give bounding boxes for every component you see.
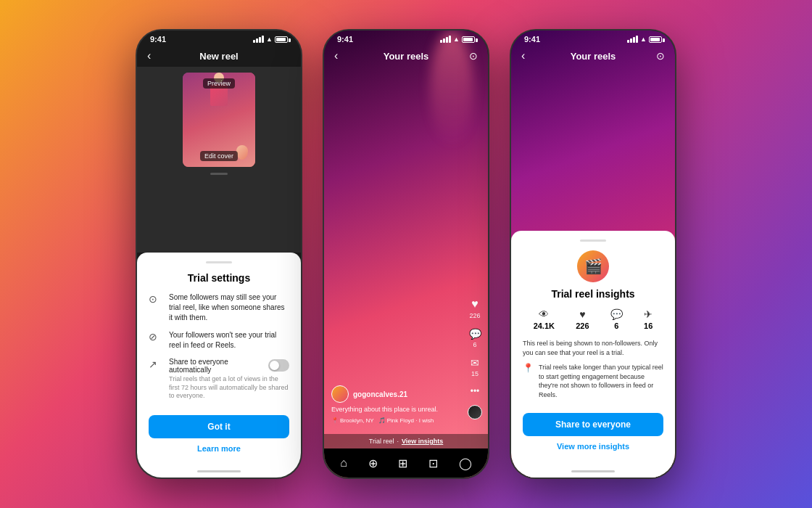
profile-nav-icon[interactable]: ◯ (459, 456, 472, 470)
battery-icon-2 (462, 36, 475, 43)
bottom-navigation: ⌂ ⊕ ⊞ ⊡ ◯ (324, 448, 488, 478)
status-icons-1: ▲ (253, 36, 288, 43)
reel-bottom: gogoncalves.21 Everything about this pla… (324, 385, 488, 434)
phone-3: 9:41 ▲ ‹ Your reels ⊙ 🎬 Trial reel insig… (510, 29, 676, 479)
sheet-item-1: ⊙ Some followers may still see your tria… (149, 292, 289, 323)
insights-note-1: This reel is being shown to non-follower… (523, 339, 663, 357)
learn-more-link[interactable]: Learn more (149, 444, 289, 453)
wifi-icon: ▲ (266, 36, 273, 43)
location-pin-icon: 📍 (331, 417, 339, 424)
wifi-icon-2: ▲ (453, 36, 460, 43)
trial-divider: · (397, 438, 399, 445)
status-icons-2: ▲ (440, 36, 475, 43)
no-see-icon: ⊘ (149, 331, 162, 343)
status-bar-2: 9:41 ▲ (324, 30, 488, 45)
insights-item-text-1: Trial reels take longer than your typica… (539, 363, 663, 399)
camera-button-3[interactable]: ⊙ (650, 50, 665, 62)
comments-count: 6 (614, 321, 618, 330)
stat-comments: 💬 6 (610, 308, 623, 330)
video-editor-area: Preview Edit cover (137, 67, 301, 253)
sheet-handle (206, 261, 232, 263)
location-item: 📍 Brooklyn, NY (331, 417, 374, 424)
reel-meta: 📍 Brooklyn, NY 🎵 Pink Floyd · I wish (331, 417, 481, 424)
status-time-2: 9:41 (337, 35, 353, 44)
trial-banner: Trial reel · View insights (324, 434, 488, 448)
page-title-1: New reel (162, 51, 276, 62)
views-icon: 👁 (539, 308, 549, 320)
home-indicator-3 (511, 464, 675, 478)
likes-count: 226 (576, 321, 589, 330)
sheet-text-2: Your followers won't see your trial reel… (169, 330, 289, 351)
video-thumbnail[interactable]: Preview Edit cover (183, 73, 255, 167)
reel-user: gogoncalves.21 (331, 385, 481, 403)
sheet-handle-3 (580, 239, 606, 242)
shares-icon: ✈ (644, 308, 652, 320)
location-icon: 📍 (523, 363, 533, 399)
nav-bar-3: ‹ Your reels ⊙ (511, 45, 675, 67)
home-nav-icon[interactable]: ⌂ (340, 456, 347, 470)
comments-icon: 💬 (610, 308, 623, 320)
signal-icon (253, 36, 264, 43)
reels-nav-icon[interactable]: ⊡ (428, 456, 438, 470)
music-note-icon: 🎵 (378, 417, 386, 424)
search-nav-icon[interactable]: ⊕ (368, 456, 378, 470)
stats-row: 👁 24.1K ♥ 226 💬 6 ✈ 16 (523, 308, 663, 330)
toggle-label: Share to everyone automatically (169, 358, 268, 374)
status-bar-1: 9:41 ▲ (137, 30, 301, 45)
trial-label: Trial reel (369, 438, 394, 445)
arrow-icon: ↗ (149, 359, 162, 370)
battery-icon (275, 36, 288, 43)
reel-caption: Everything about this place is unreal. (331, 406, 481, 413)
stat-views: 👁 24.1K (534, 308, 555, 330)
insights-title: Trial reel insights (523, 288, 663, 300)
sheet-item-2: ⊘ Your followers won't see your trial re… (149, 330, 289, 351)
sheet-text-1: Some followers may still see your trial … (169, 292, 289, 323)
status-time-1: 9:41 (150, 35, 166, 44)
username[interactable]: gogoncalves.21 (353, 390, 407, 398)
person-icon: ⊙ (149, 293, 162, 305)
sheet-title: Trial settings (149, 272, 289, 284)
got-it-button[interactable]: Got it (149, 415, 289, 438)
location-text: Brooklyn, NY (340, 417, 374, 424)
user-avatar (331, 385, 349, 403)
view-more-insights-link[interactable]: View more insights (523, 442, 663, 451)
stat-shares: ✈ 16 (644, 308, 652, 330)
signal-icon-3 (627, 36, 638, 43)
signal-icon-2 (440, 36, 451, 43)
wifi-icon-3: ▲ (640, 36, 647, 43)
shares-count: 16 (644, 321, 652, 330)
likes-icon: ♥ (579, 308, 585, 320)
sheet-item-3: ↗ Share to everyone automatically Trial … (149, 358, 289, 401)
toggle-row: Share to everyone automatically (169, 358, 289, 374)
insights-item-1: 📍 Trial reels take longer than your typi… (523, 363, 663, 399)
status-time-3: 9:41 (524, 35, 540, 44)
toggle-knob (270, 361, 279, 370)
share-auto-toggle[interactable] (268, 359, 289, 372)
stat-likes: ♥ 226 (576, 308, 589, 330)
reel-info: gogoncalves.21 Everything about this pla… (324, 30, 488, 478)
nav-bar-1: ‹ New reel (137, 45, 301, 67)
views-count: 24.1K (534, 321, 555, 330)
page-title-3: Your reels (536, 51, 650, 62)
phone-2: 9:41 ▲ ‹ Your reels ⊙ ♥ 226 💬 6 (323, 29, 489, 479)
view-insights-link[interactable]: View insights (402, 438, 443, 445)
create-nav-icon[interactable]: ⊞ (398, 456, 407, 470)
music-item: 🎵 Pink Floyd · I wish (378, 417, 434, 424)
share-everyone-button[interactable]: Share to everyone (523, 413, 663, 436)
insights-sheet: 🎬 Trial reel insights 👁 24.1K ♥ 226 💬 6 … (511, 231, 675, 478)
status-icons-3: ▲ (627, 36, 662, 43)
back-button-1[interactable]: ‹ (147, 49, 162, 62)
music-text: Pink Floyd · I wish (387, 417, 434, 424)
battery-icon-3 (649, 36, 662, 43)
preview-button[interactable]: Preview (203, 78, 235, 89)
toggle-subtitle: Trial reels that get a lot of views in t… (169, 375, 289, 401)
insights-icon: 🎬 (577, 250, 609, 282)
status-bar-3: 9:41 ▲ (511, 30, 675, 45)
edit-cover-button[interactable]: Edit cover (200, 151, 238, 161)
trial-settings-sheet: Trial settings ⊙ Some followers may stil… (137, 253, 301, 464)
back-button-3[interactable]: ‹ (521, 49, 536, 62)
phone-1: 9:41 ▲ ‹ New reel Preview Edit cover Tri… (136, 29, 302, 479)
